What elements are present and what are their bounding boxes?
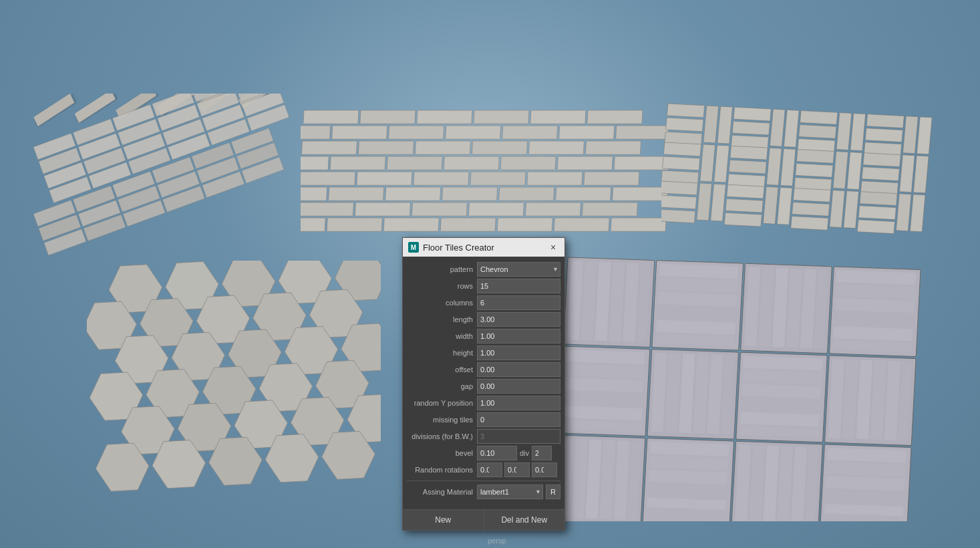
svg-rect-50 bbox=[417, 110, 472, 124]
bevel-input[interactable] bbox=[477, 446, 517, 460]
material-label: Assing Material bbox=[407, 488, 477, 496]
svg-rect-82 bbox=[385, 187, 441, 200]
svg-rect-53 bbox=[587, 110, 643, 124]
new-button[interactable]: New bbox=[403, 510, 484, 530]
svg-rect-135 bbox=[863, 153, 901, 167]
columns-input[interactable] bbox=[477, 295, 560, 310]
svg-rect-66 bbox=[585, 141, 641, 154]
svg-rect-139 bbox=[913, 156, 929, 193]
svg-rect-121 bbox=[700, 144, 715, 182]
svg-rect-69 bbox=[387, 156, 442, 170]
gap-control bbox=[477, 379, 560, 394]
missing-tiles-label: missing tiles bbox=[407, 416, 477, 424]
width-input[interactable] bbox=[477, 329, 560, 344]
rows-input[interactable] bbox=[477, 279, 560, 293]
svg-rect-130 bbox=[796, 149, 834, 163]
svg-rect-105 bbox=[733, 107, 771, 121]
close-button[interactable]: × bbox=[547, 241, 559, 253]
svg-rect-104 bbox=[717, 106, 733, 144]
svg-rect-86 bbox=[613, 187, 668, 200]
svg-rect-78 bbox=[527, 172, 583, 185]
svg-rect-79 bbox=[584, 172, 639, 185]
height-control bbox=[477, 346, 560, 360]
material-select-wrap: lambert1 ▼ bbox=[477, 485, 543, 499]
svg-rect-65 bbox=[528, 141, 584, 154]
svg-rect-51 bbox=[474, 110, 529, 124]
offset-control bbox=[477, 362, 560, 377]
svg-rect-94 bbox=[327, 218, 382, 231]
rot-x-input[interactable] bbox=[477, 462, 502, 477]
svg-rect-83 bbox=[442, 187, 498, 200]
divisions-label: divisions (for B.W.) bbox=[407, 432, 477, 440]
svg-rect-140 bbox=[661, 181, 698, 195]
length-input[interactable] bbox=[477, 312, 560, 327]
random-rotations-label: Random rotations bbox=[407, 466, 477, 474]
svg-rect-113 bbox=[836, 113, 852, 150]
svg-rect-129 bbox=[780, 148, 796, 186]
gap-row: gap bbox=[407, 379, 560, 394]
svg-rect-138 bbox=[899, 155, 915, 192]
svg-rect-118 bbox=[903, 116, 919, 154]
svg-rect-157 bbox=[857, 220, 894, 234]
svg-rect-136 bbox=[862, 167, 899, 181]
svg-rect-72 bbox=[557, 156, 613, 170]
r-button[interactable]: R bbox=[546, 485, 560, 499]
svg-rect-76 bbox=[414, 172, 469, 185]
svg-rect-58 bbox=[502, 126, 558, 139]
pattern-select-wrapper: Chevron ▼ bbox=[477, 262, 560, 277]
svg-rect-68 bbox=[330, 156, 385, 170]
svg-rect-71 bbox=[500, 156, 556, 170]
svg-rect-91 bbox=[525, 202, 581, 216]
material-select[interactable]: lambert1 bbox=[477, 485, 543, 499]
svg-rect-120 bbox=[663, 142, 701, 156]
svg-rect-57 bbox=[446, 126, 501, 139]
svg-rect-158 bbox=[896, 194, 911, 231]
svg-rect-116 bbox=[865, 128, 903, 142]
tiles-top-center bbox=[301, 107, 668, 247]
gap-input[interactable] bbox=[477, 379, 560, 394]
svg-rect-131 bbox=[796, 163, 833, 177]
svg-rect-85 bbox=[556, 187, 611, 200]
missing-tiles-input[interactable] bbox=[477, 412, 560, 427]
random-rotations-row: Random rotations bbox=[407, 462, 560, 477]
length-row: length bbox=[407, 312, 560, 327]
svg-rect-89 bbox=[412, 202, 467, 216]
random-rotations-control bbox=[477, 462, 560, 477]
svg-rect-119 bbox=[917, 117, 932, 154]
rot-y-input[interactable] bbox=[504, 462, 530, 477]
columns-label: columns bbox=[407, 299, 477, 307]
svg-rect-77 bbox=[470, 172, 526, 185]
length-control bbox=[477, 312, 560, 327]
columns-row: columns bbox=[407, 295, 560, 310]
divisions-row: divisions (for B.W.) bbox=[407, 429, 560, 444]
pattern-select[interactable]: Chevron bbox=[477, 262, 560, 277]
random-y-label: random Y position bbox=[407, 399, 477, 407]
div-input[interactable] bbox=[532, 446, 552, 460]
divisions-input[interactable] bbox=[477, 429, 560, 444]
tiles-bottom-left bbox=[87, 261, 381, 528]
svg-rect-67 bbox=[301, 156, 329, 170]
rows-control bbox=[477, 279, 560, 293]
div-label: div bbox=[520, 449, 529, 457]
svg-rect-75 bbox=[357, 172, 412, 185]
svg-rect-88 bbox=[355, 202, 410, 216]
camera-label: persp bbox=[488, 537, 506, 545]
missing-tiles-row: missing tiles bbox=[407, 412, 560, 427]
width-label: width bbox=[407, 332, 477, 340]
svg-rect-87 bbox=[301, 202, 354, 216]
svg-rect-70 bbox=[444, 156, 499, 170]
bevel-row: bevel div bbox=[407, 446, 560, 460]
svg-rect-152 bbox=[791, 216, 828, 230]
random-y-input[interactable] bbox=[477, 396, 560, 410]
rot-z-input[interactable] bbox=[532, 462, 557, 477]
height-input[interactable] bbox=[477, 346, 560, 360]
offset-row: offset bbox=[407, 362, 560, 377]
svg-rect-111 bbox=[799, 124, 836, 138]
svg-rect-149 bbox=[777, 187, 792, 225]
del-and-new-button[interactable]: Del and New bbox=[484, 510, 565, 530]
dialog-title-left: M Floor Tiles Creator bbox=[408, 242, 494, 253]
dialog-buttons: New Del and New bbox=[403, 509, 564, 530]
offset-input[interactable] bbox=[477, 362, 560, 377]
svg-rect-147 bbox=[724, 213, 762, 227]
columns-control bbox=[477, 295, 560, 310]
